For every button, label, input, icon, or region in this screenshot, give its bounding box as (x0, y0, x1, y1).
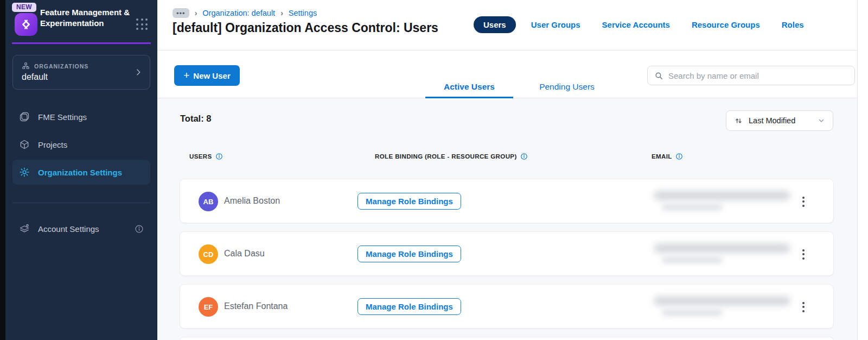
avatar: CD (199, 244, 218, 264)
tab-service-accounts[interactable]: Service Accounts (602, 20, 670, 29)
breadcrumb-link-settings[interactable]: Settings (289, 9, 317, 17)
page-title: [default] Organization Access Control: U… (173, 21, 438, 35)
app-title: Feature Management & Experimentation (40, 7, 130, 29)
tab-resource-groups[interactable]: Resource Groups (692, 20, 760, 29)
sidebar-item-fme-settings[interactable]: FME Settings (12, 104, 150, 129)
tab-pending-users[interactable]: Pending Users (524, 82, 610, 92)
table-header-row: USERS ROLE BINDING (ROLE - RESOURCE GROU… (157, 153, 857, 161)
column-role-binding: ROLE BINDING (ROLE - RESOURCE GROUP) (375, 153, 517, 160)
manage-role-bindings-button[interactable]: Manage Role Bindings (358, 193, 461, 210)
sidebar-item-label: Organization Settings (38, 168, 122, 177)
column-users: USERS (189, 153, 212, 160)
sidebar-item-label: Account Settings (38, 224, 99, 234)
desktop-edge-strip (0, 0, 5, 340)
users-list-section: Total: 8 Last Modified USERS (157, 98, 857, 340)
info-icon[interactable] (215, 153, 223, 160)
new-badge: NEW (12, 3, 36, 12)
sidebar-menu: FME Settings Projects Organization Setti… (12, 104, 150, 187)
user-name: Amelia Boston (224, 196, 280, 206)
avatar: AB (199, 192, 218, 211)
tab-users[interactable]: Users (474, 16, 516, 33)
info-icon[interactable] (520, 153, 528, 160)
info-icon[interactable] (675, 153, 683, 160)
tab-active-users[interactable]: Active Users (425, 82, 513, 92)
sort-dropdown[interactable]: Last Modified (726, 110, 833, 131)
total-count: Total: 8 (180, 114, 211, 124)
new-user-button-label: New User (193, 71, 230, 80)
fme-app-logo-icon (15, 13, 37, 36)
plus-icon: + (183, 70, 189, 80)
email-redacted (654, 296, 790, 306)
sort-arrows-icon (734, 116, 743, 125)
table-row: AB Amelia Boston Manage Role Bindings (180, 179, 834, 223)
gear-icon (19, 167, 30, 178)
sidebar-item-projects[interactable]: Projects (12, 132, 150, 157)
column-email: EMAIL (652, 153, 672, 160)
sort-dropdown-value: Last Modified (749, 116, 812, 125)
user-name: Estefan Fontana (224, 301, 288, 311)
sidebar-item-label: FME Settings (38, 112, 87, 122)
apps-grid-icon[interactable] (136, 18, 148, 30)
sidebar: NEW Feature Management & Experimentation… (5, 0, 157, 340)
search-input[interactable] (668, 71, 848, 80)
org-hierarchy-icon (22, 62, 30, 70)
email-redacted (662, 204, 723, 211)
breadcrumb-ellipsis-icon[interactable]: ••• (173, 8, 189, 18)
org-selector-value: default (22, 72, 48, 82)
info-icon[interactable] (135, 224, 144, 234)
email-redacted (662, 256, 723, 263)
layers-gear-icon (19, 223, 30, 234)
kebab-menu-icon[interactable] (799, 193, 808, 210)
header-divider (157, 50, 857, 51)
org-selector-label: ORGANIZATIONS (34, 63, 88, 70)
chevron-separator-icon: › (195, 9, 197, 17)
tab-roles[interactable]: Roles (782, 20, 804, 29)
manage-role-bindings-button[interactable]: Manage Role Bindings (358, 298, 461, 315)
breadcrumb-link-organization[interactable]: Organization: default (202, 9, 275, 17)
user-name: Cala Dasu (224, 249, 265, 259)
table-row: EF Estefan Fontana Manage Role Bindings (180, 284, 834, 329)
breadcrumb: ••• › Organization: default › Settings (173, 8, 317, 18)
search-box (647, 66, 855, 85)
main-content: ••• › Organization: default › Settings [… (157, 0, 857, 340)
fme-settings-icon (19, 111, 30, 122)
table-row-partial (180, 337, 834, 340)
kebab-menu-icon[interactable] (799, 299, 808, 315)
kebab-menu-icon[interactable] (799, 246, 808, 262)
sidebar-item-label: Projects (38, 140, 67, 149)
users-table: AB Amelia Boston Manage Role Bindings CD… (180, 179, 834, 337)
chevron-down-icon (818, 117, 825, 124)
chevron-right-icon (134, 67, 143, 77)
chevron-separator-icon: › (280, 9, 283, 17)
new-user-button[interactable]: + New User (174, 65, 240, 86)
sidebar-divider (12, 203, 150, 203)
window-right-gutter (857, 0, 868, 340)
manage-role-bindings-button[interactable]: Manage Role Bindings (358, 245, 461, 262)
email-redacted (662, 309, 723, 316)
organization-selector[interactable]: ORGANIZATIONS default (12, 55, 150, 90)
table-row: CD Cala Dasu Manage Role Bindings (180, 231, 834, 276)
cube-icon (19, 139, 30, 150)
email-redacted (654, 243, 790, 253)
sidebar-item-organization-settings[interactable]: Organization Settings (12, 160, 150, 185)
access-control-tabs: Users User Groups Service Accounts Resou… (474, 16, 804, 33)
email-redacted (654, 191, 790, 200)
search-icon (654, 71, 663, 80)
avatar: EF (199, 297, 218, 317)
brand-purple-rule (12, 42, 151, 44)
tab-user-groups[interactable]: User Groups (531, 20, 580, 29)
sidebar-item-account-settings[interactable]: Account Settings (12, 216, 150, 241)
